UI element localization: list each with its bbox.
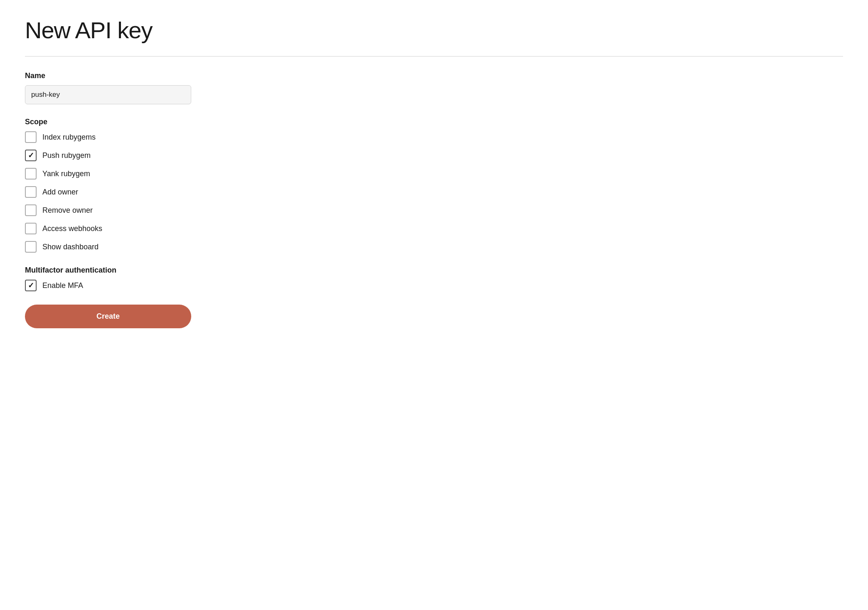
mfa-item-enable_mfa[interactable]: Enable MFA	[25, 280, 843, 291]
scope-item-label-yank_rubygem: Yank rubygem	[42, 170, 90, 178]
scope-item-index_rubygems[interactable]: Index rubygems	[25, 131, 843, 143]
scope-item-yank_rubygem[interactable]: Yank rubygem	[25, 168, 843, 180]
mfa-checkbox-enable_mfa[interactable]	[25, 280, 37, 291]
scope-checkbox-push_rubygem[interactable]	[25, 150, 37, 161]
scope-checkbox-add_owner[interactable]	[25, 186, 37, 198]
scope-item-label-show_dashboard: Show dashboard	[42, 243, 99, 251]
name-label: Name	[25, 71, 843, 80]
mfa-item-label-enable_mfa: Enable MFA	[42, 281, 83, 290]
scope-label: Scope	[25, 118, 843, 126]
scope-item-push_rubygem[interactable]: Push rubygem	[25, 150, 843, 161]
divider	[25, 56, 843, 57]
scope-item-add_owner[interactable]: Add owner	[25, 186, 843, 198]
scope-section: Scope Index rubygemsPush rubygemYank rub…	[25, 118, 843, 253]
scope-checkbox-show_dashboard[interactable]	[25, 241, 37, 253]
page-title: New API key	[25, 17, 843, 44]
create-button[interactable]: Create	[25, 305, 191, 328]
mfa-checkbox-list: Enable MFA	[25, 280, 843, 291]
mfa-section: Multifactor authentication Enable MFA	[25, 266, 843, 291]
scope-item-label-index_rubygems: Index rubygems	[42, 133, 96, 142]
name-input[interactable]	[25, 85, 191, 104]
scope-item-label-push_rubygem: Push rubygem	[42, 151, 91, 160]
mfa-label: Multifactor authentication	[25, 266, 843, 275]
scope-item-label-access_webhooks: Access webhooks	[42, 224, 102, 233]
scope-checkbox-access_webhooks[interactable]	[25, 223, 37, 234]
scope-checkbox-list: Index rubygemsPush rubygemYank rubygemAd…	[25, 131, 843, 253]
scope-checkbox-index_rubygems[interactable]	[25, 131, 37, 143]
name-section: Name	[25, 71, 843, 104]
scope-item-show_dashboard[interactable]: Show dashboard	[25, 241, 843, 253]
scope-item-label-add_owner: Add owner	[42, 188, 78, 197]
scope-item-access_webhooks[interactable]: Access webhooks	[25, 223, 843, 234]
scope-checkbox-yank_rubygem[interactable]	[25, 168, 37, 180]
scope-item-remove_owner[interactable]: Remove owner	[25, 204, 843, 216]
scope-item-label-remove_owner: Remove owner	[42, 206, 93, 215]
scope-checkbox-remove_owner[interactable]	[25, 204, 37, 216]
